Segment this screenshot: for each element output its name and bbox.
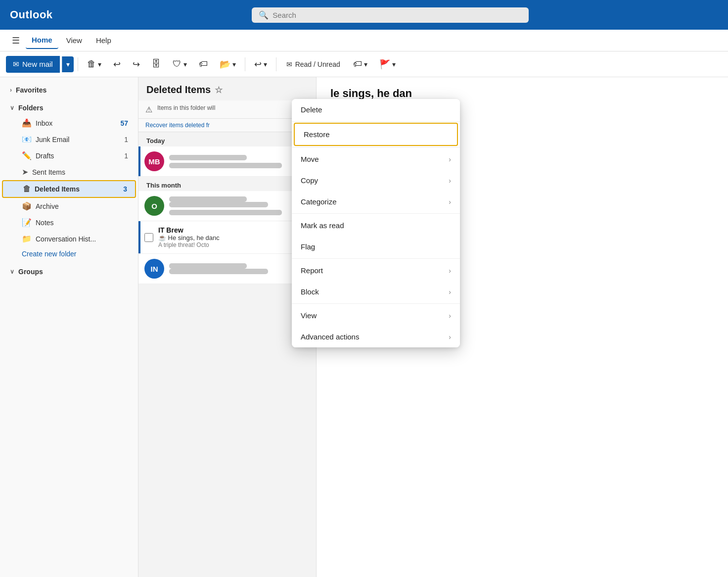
sidebar-item-deleted[interactable]: 🗑 Deleted Items 3	[2, 180, 136, 198]
delete-icon: 🗑	[87, 59, 96, 69]
delete-button[interactable]: 🗑▾	[82, 56, 106, 72]
copy-chevron-icon: ›	[449, 177, 451, 185]
tag-button[interactable]: 🏷	[194, 56, 213, 72]
drafts-icon: ✏️	[22, 151, 32, 160]
top-bar: Outlook 🔍	[0, 0, 728, 30]
groups-header[interactable]: ∨ Groups	[2, 265, 136, 279]
read-unread-button[interactable]: ✉ Read / Unread	[280, 57, 346, 71]
redo-button[interactable]: ↪	[128, 56, 145, 73]
warning-icon: ⚠	[145, 105, 152, 114]
flag-icon: 🚩	[379, 59, 390, 70]
toolbar-separator-2	[245, 57, 245, 71]
shield-icon: 🛡	[173, 59, 182, 69]
shield-button[interactable]: 🛡▾	[168, 56, 192, 72]
context-menu: Delete Restore Move › Copy › Categorize …	[292, 99, 460, 347]
context-mark-as-read-label: Mark as read	[301, 221, 344, 230]
reading-subject: le sings, he dan	[330, 87, 714, 100]
context-advanced-label: Advanced actions	[301, 333, 359, 341]
email-item-mb[interactable]: MB	[138, 146, 316, 177]
sidebar-item-inbox[interactable]: 📥 Inbox 57	[2, 115, 136, 131]
undo-button[interactable]: ↩	[108, 56, 126, 73]
favorites-section: › Favorites	[0, 81, 138, 99]
context-menu-mark-as-read[interactable]: Mark as read	[292, 215, 460, 236]
email-preview-mb	[169, 155, 310, 168]
context-menu-divider-3	[292, 213, 460, 214]
favorites-label: Favorites	[16, 86, 46, 94]
email-preview-in	[169, 263, 310, 274]
create-folder-link[interactable]: Create new folder	[2, 247, 136, 261]
context-menu-copy[interactable]: Copy ›	[292, 170, 460, 191]
favorites-header[interactable]: › Favorites	[2, 83, 136, 97]
categorize-chevron-icon: ›	[449, 198, 451, 206]
menu-bar: ☰ Home View Help	[0, 30, 728, 51]
context-menu-view[interactable]: View ›	[292, 305, 460, 326]
context-menu-delete[interactable]: Delete	[292, 99, 460, 120]
drafts-count: 1	[124, 152, 128, 160]
convhist-icon: 📁	[22, 234, 32, 243]
sidebar-item-junk[interactable]: 📧 Junk Email 1	[2, 131, 136, 147]
menu-item-home[interactable]: Home	[26, 32, 58, 49]
folders-header[interactable]: ∨ Folders	[2, 101, 136, 115]
new-mail-dropdown-button[interactable]: ▾	[62, 56, 74, 72]
block-chevron-icon: ›	[449, 288, 451, 296]
snippet-itbrew: A triple threat! Octo	[158, 241, 310, 248]
email-checkbox-itbrew[interactable]	[144, 233, 153, 242]
email-preview-itbrew: IT Brew ☕ He sings, he danc A triple thr…	[158, 226, 310, 248]
context-menu-block[interactable]: Block ›	[292, 281, 460, 302]
sent-icon: ➤	[22, 167, 28, 177]
folders-label: Folders	[18, 104, 44, 112]
email-item-in[interactable]: IN	[138, 254, 316, 284]
context-menu-categorize[interactable]: Categorize ›	[292, 191, 460, 212]
sidebar: › Favorites ∨ Folders 📥 Inbox 57 📧 Junk …	[0, 77, 138, 577]
view-chevron-icon: ›	[449, 312, 451, 320]
recover-link[interactable]: Recover items deleted fr	[138, 119, 316, 132]
archive-button[interactable]: 🗄	[147, 56, 166, 72]
context-menu-advanced[interactable]: Advanced actions ›	[292, 326, 460, 347]
context-move-label: Move	[301, 155, 319, 163]
email-item-o[interactable]: O	[138, 191, 316, 221]
sidebar-item-archive[interactable]: 📦 Archive	[2, 198, 136, 214]
email-item-itbrew[interactable]: IT Brew ☕ He sings, he danc A triple thr…	[138, 221, 316, 254]
reply-button[interactable]: ↩▾	[249, 56, 272, 73]
deleted-label: Deleted Items	[35, 185, 119, 193]
junk-icon: 📧	[22, 135, 32, 144]
unread-indicator-mb	[138, 146, 140, 176]
hamburger-menu-button[interactable]: ☰	[8, 32, 24, 49]
folder-button[interactable]: 📂▾	[215, 56, 241, 73]
pin-star-icon[interactable]: ☆	[215, 85, 223, 96]
context-menu-flag[interactable]: Flag	[292, 236, 460, 257]
context-menu-report[interactable]: Report ›	[292, 260, 460, 281]
sidebar-item-drafts[interactable]: ✏️ Drafts 1	[2, 147, 136, 164]
archive-label: Archive	[36, 202, 128, 210]
menu-item-view[interactable]: View	[60, 32, 88, 48]
context-menu-restore[interactable]: Restore	[294, 123, 458, 146]
context-menu-divider-5	[292, 303, 460, 304]
junk-label: Junk Email	[36, 136, 120, 144]
new-mail-label: New mail	[22, 60, 53, 68]
search-input[interactable]	[273, 11, 522, 19]
sidebar-item-convhist[interactable]: 📁 Conversation Hist...	[2, 231, 136, 247]
context-menu-divider-4	[292, 258, 460, 259]
inbox-count: 57	[120, 119, 128, 127]
flag-button[interactable]: 🚩▾	[374, 56, 401, 73]
sidebar-item-sent[interactable]: ➤ Sent Items	[2, 164, 136, 180]
search-bar: 🔍	[252, 7, 529, 23]
new-mail-button[interactable]: ✉ New mail	[6, 56, 60, 73]
redo-icon: ↪	[133, 59, 140, 70]
warning-banner: ⚠ Items in this folder will	[138, 100, 316, 119]
context-copy-label: Copy	[301, 176, 318, 185]
context-delete-label: Delete	[301, 105, 322, 114]
folders-section: ∨ Folders 📥 Inbox 57 📧 Junk Email 1 ✏️ D…	[0, 99, 138, 263]
advanced-chevron-icon: ›	[449, 333, 451, 341]
label-button[interactable]: 🏷▾	[348, 56, 372, 72]
sender-placeholder-mb	[169, 155, 247, 160]
context-menu-move[interactable]: Move ›	[292, 148, 460, 170]
menu-item-help[interactable]: Help	[90, 32, 117, 48]
today-label: Today	[138, 132, 316, 146]
avatar-o: O	[144, 196, 164, 216]
archive-icon: 🗄	[152, 59, 161, 69]
groups-chevron-icon: ∨	[10, 268, 14, 275]
sidebar-item-notes[interactable]: 📝 Notes	[2, 214, 136, 231]
tag-icon: 🏷	[199, 59, 208, 69]
search-icon: 🔍	[259, 10, 269, 20]
